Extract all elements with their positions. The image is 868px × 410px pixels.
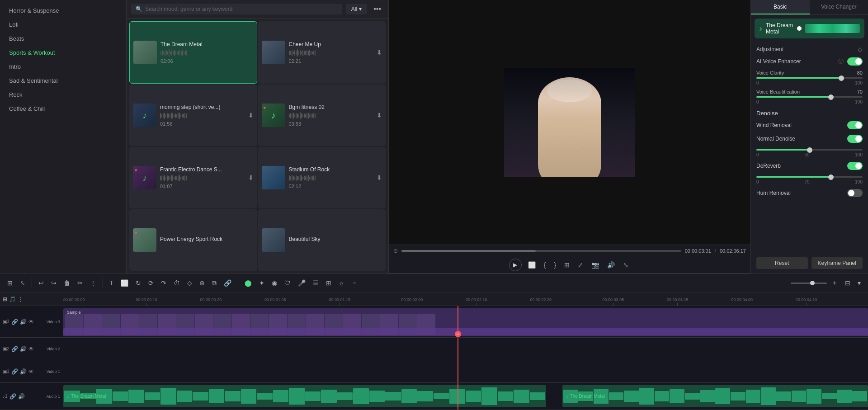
timeline-settings-button[interactable]: ⋮ xyxy=(18,296,23,302)
sidebar-item-beats[interactable]: Beats xyxy=(0,32,126,46)
search-input-wrap[interactable]: 🔍 xyxy=(131,4,342,14)
music-card-4[interactable]: ♥ ♪ Bgm fitness 02 03:53 ⬇ xyxy=(258,85,386,146)
keyframe-panel-button[interactable]: Keyframe Panel xyxy=(811,257,863,269)
download-icon-6[interactable]: ⬇ xyxy=(377,174,382,181)
timer-button[interactable]: ⏱ xyxy=(171,278,183,288)
sidebar-item-coffee[interactable]: Coffee & Chill xyxy=(0,102,126,116)
undo-button[interactable]: ↩ xyxy=(36,278,47,288)
screenshot-button[interactable]: 📷 xyxy=(590,260,601,269)
sidebar-item-sad[interactable]: Sad & Sentimental xyxy=(0,74,126,88)
effects-button[interactable]: ✦ xyxy=(256,278,267,288)
brightness-button[interactable]: ☼ xyxy=(336,278,347,288)
text-button[interactable]: T xyxy=(107,278,116,288)
cut-button[interactable]: ✂ xyxy=(75,278,85,288)
video2-visibility-button[interactable]: 👁 xyxy=(28,346,34,352)
in-point-button[interactable]: { xyxy=(542,260,548,269)
audio1-track[interactable]: ♪ The Dream Metal ♪ The Dream Metal xyxy=(63,383,868,410)
out-point-button[interactable]: } xyxy=(552,260,558,269)
music-card-3[interactable]: ♪ morning step (short ve...) 01:56 ⬇ xyxy=(129,85,257,146)
music-card-1[interactable]: The Dream Metal 02:06 xyxy=(129,21,257,84)
video3-visibility-button[interactable]: 👁 xyxy=(28,319,34,325)
search-input[interactable] xyxy=(145,6,338,12)
volume-button[interactable]: 🔊 xyxy=(605,260,617,269)
ai-voice-enhancer-toggle[interactable] xyxy=(847,57,863,66)
video3-track[interactable]: Sample xyxy=(63,306,868,338)
hum-removal-toggle[interactable] xyxy=(847,189,863,197)
select-tool-button[interactable]: ↖ xyxy=(17,278,28,288)
speed-button[interactable]: ◉ xyxy=(269,278,280,288)
fullscreen-button[interactable]: ⬜ xyxy=(526,260,538,269)
link-button[interactable]: 🔗 xyxy=(221,278,234,288)
dereverb-toggle[interactable] xyxy=(847,162,863,170)
music-card-8[interactable]: Beautiful Sky xyxy=(258,209,386,271)
delete-button[interactable]: 🗑 xyxy=(61,278,73,288)
video2-link-button[interactable]: 🔗 xyxy=(11,346,18,352)
voice-beautification-slider[interactable] xyxy=(756,96,863,98)
color-button[interactable]: ⬤ xyxy=(242,278,255,288)
rotate-button[interactable]: ↻ xyxy=(133,278,144,288)
download-icon-2[interactable]: ⬇ xyxy=(377,49,382,56)
download-icon-5[interactable]: ⬇ xyxy=(248,174,254,181)
fullscreen2-button[interactable]: ⤢ xyxy=(576,260,585,269)
shape-button[interactable]: ◇ xyxy=(184,278,195,288)
ai-button[interactable]: ⊞ xyxy=(323,278,334,288)
video1-volume-button[interactable]: 🔊 xyxy=(20,368,27,375)
video3-link-button[interactable]: 🔗 xyxy=(11,319,18,325)
sidebar-item-horror[interactable]: Horror & Suspense xyxy=(0,4,126,18)
video2-volume-button[interactable]: 🔊 xyxy=(20,346,27,352)
add-audio-track-button[interactable]: 🎵 xyxy=(9,296,16,302)
loop-button[interactable]: ⟳ xyxy=(146,278,156,288)
music-card-7[interactable]: ♥ Power Energy Sport Rock xyxy=(129,209,257,271)
audio1-volume-button[interactable]: 🔊 xyxy=(18,393,25,400)
plus-button[interactable]: ＋ xyxy=(829,277,840,289)
layout-button[interactable]: ⊟ xyxy=(842,278,853,288)
wind-removal-toggle[interactable] xyxy=(847,121,863,129)
add-video-track-button[interactable]: ⊞ xyxy=(3,296,7,302)
ai-voice-enhancer-info-icon[interactable]: ⓘ xyxy=(838,58,844,66)
voice-clarity-slider[interactable] xyxy=(756,77,863,79)
download-icon-4[interactable]: ⬇ xyxy=(377,112,382,119)
video1-link-button[interactable]: 🔗 xyxy=(11,368,18,375)
composite-button[interactable]: ⊕ xyxy=(197,278,208,288)
mic-button[interactable]: 🎤 xyxy=(295,278,308,288)
audio-segment-2[interactable]: ♪ The Dream Metal xyxy=(562,385,868,407)
more-options-button[interactable]: ••• xyxy=(371,4,384,14)
subtitle-button[interactable]: ☰ xyxy=(310,278,321,288)
video2-track[interactable] xyxy=(63,338,868,360)
music-card-5[interactable]: ♥ ♪ Frantic Electro Dance S... 01:07 ⬇ xyxy=(129,147,257,208)
audio1-link-button[interactable]: 🔗 xyxy=(9,393,16,400)
download-icon-3[interactable]: ⬇ xyxy=(248,112,254,119)
preview-timeline[interactable] xyxy=(401,250,681,252)
playhead[interactable]: ✂ xyxy=(458,306,458,337)
music-card-2[interactable]: Cheer Me Up 02:21 ⬇ xyxy=(258,21,386,84)
normal-denoise-toggle[interactable] xyxy=(847,135,863,143)
dereverb-slider[interactable] xyxy=(756,176,863,178)
redo-button[interactable]: ↪ xyxy=(48,278,59,288)
video3-volume-button[interactable]: 🔊 xyxy=(20,319,27,325)
minus-button[interactable]: － xyxy=(349,277,360,289)
video1-visibility-button[interactable]: 👁 xyxy=(28,368,34,375)
copy-button[interactable]: ⧉ xyxy=(209,278,219,289)
audio-segment-1[interactable]: ♪ The Dream Metal xyxy=(63,385,546,407)
add-track-button[interactable]: ⊞ xyxy=(562,260,571,269)
tab-basic[interactable]: Basic xyxy=(751,0,810,14)
expand-icon[interactable]: ⊙ xyxy=(393,248,398,254)
tab-voice-changer[interactable]: Voice Changer xyxy=(810,0,868,14)
mask-button[interactable]: 🛡 xyxy=(282,278,293,288)
play-button[interactable]: ▶ xyxy=(509,259,522,271)
sidebar-item-sports[interactable]: Sports & Workout xyxy=(0,46,126,60)
video1-track[interactable] xyxy=(63,360,868,383)
zoom-slider[interactable] xyxy=(791,283,827,284)
reset-button[interactable]: Reset xyxy=(756,257,808,269)
expand3-button[interactable]: ⤡ xyxy=(621,260,630,269)
split-button[interactable]: ⋮ xyxy=(87,278,99,288)
sidebar-item-rock[interactable]: Rock xyxy=(0,88,126,102)
normal-denoise-slider[interactable] xyxy=(756,149,863,151)
music-card-6[interactable]: Stadium Of Rock 02:12 ⬇ xyxy=(258,147,386,208)
sidebar-item-intro[interactable]: Intro xyxy=(0,60,126,74)
sidebar-item-lofi[interactable]: Lofi xyxy=(0,18,126,32)
grid-view-button[interactable]: ⊞ xyxy=(5,278,15,288)
filter-all-button[interactable]: All ▾ xyxy=(346,4,367,14)
crop-button[interactable]: ⬜ xyxy=(118,278,131,288)
more-button[interactable]: ▾ xyxy=(855,278,863,288)
